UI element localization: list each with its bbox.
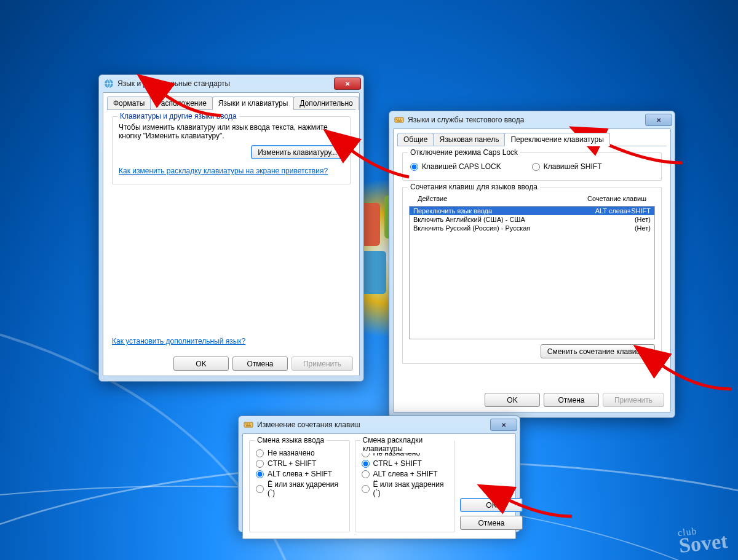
- tab-language-bar[interactable]: Языковая панель: [433, 133, 505, 146]
- dialog-buttons: OK Отмена Применить: [103, 352, 359, 376]
- link-install-language[interactable]: Как установить дополнительный язык?: [112, 337, 245, 345]
- change-keyboard-button[interactable]: Изменить клавиатуру...: [251, 145, 344, 159]
- window-change-hotkey: Изменение сочетания клавиш ✕ Смена языка…: [238, 416, 520, 532]
- watermark: club Sovet: [677, 523, 728, 553]
- titlebar[interactable]: Языки и службы текстового ввода ✕: [389, 111, 675, 128]
- tab-advanced[interactable]: Дополнительно: [293, 97, 359, 110]
- list-row[interactable]: Включить Английский (США) - США(Нет): [410, 215, 654, 224]
- ok-button[interactable]: OK: [173, 357, 229, 371]
- dialog-buttons: OK Отмена Применить: [394, 388, 670, 412]
- hotkeys-group-title: Сочетания клавиш для языков ввода: [408, 183, 540, 191]
- cancel-button[interactable]: Отмена: [544, 393, 599, 407]
- window-region-language: Язык и региональные стандарты ✕ Форматы …: [98, 74, 364, 382]
- radio-none[interactable]: Не назначено: [256, 449, 343, 457]
- list-row[interactable]: Переключить язык вводаALT слева+SHIFT: [410, 207, 654, 215]
- svg-rect-6: [244, 422, 253, 427]
- listview-header: Действие Сочетание клавиш: [409, 194, 655, 206]
- keyboard-icon: [394, 115, 404, 125]
- group-keyboard-layout: Смена раскладки клавиатуры: [360, 436, 455, 453]
- tab-formats[interactable]: Форматы: [107, 97, 151, 110]
- tab-languages-keyboards[interactable]: Языки и клавиатуры: [212, 97, 294, 110]
- radio-grave-accent[interactable]: Ё или знак ударения (`): [362, 480, 449, 497]
- svg-rect-2: [396, 119, 397, 120]
- svg-rect-9: [249, 424, 250, 425]
- tab-keyboard-switching[interactable]: Переключение клавиатуры: [504, 133, 609, 146]
- window-text-services: Языки и службы текстового ввода ✕ Общие …: [389, 111, 675, 418]
- tab-strip: Общие Языковая панель Переключение клави…: [394, 129, 670, 146]
- capslock-group-title: Отключение режима Caps Lock: [408, 148, 520, 157]
- radio-ctrl-shift[interactable]: CTRL + SHIFT: [256, 459, 343, 468]
- close-button[interactable]: ✕: [490, 419, 517, 431]
- window-title: Языки и службы текстового ввода: [408, 116, 645, 124]
- svg-rect-10: [246, 425, 251, 427]
- svg-rect-3: [398, 119, 399, 120]
- close-button[interactable]: ✕: [645, 114, 672, 126]
- radio-alt-shift[interactable]: ALT слева + SHIFT: [362, 470, 449, 478]
- svg-rect-7: [245, 424, 247, 425]
- apply-button[interactable]: Применить: [603, 393, 664, 407]
- tab-location[interactable]: Расположение: [150, 97, 213, 110]
- radio-grave-accent[interactable]: Ё или знак ударения (`): [256, 480, 343, 497]
- svg-rect-5: [397, 120, 402, 122]
- svg-rect-4: [400, 119, 401, 120]
- radio-ctrl-shift[interactable]: CTRL + SHIFT: [362, 459, 449, 468]
- radio-shift[interactable]: Клавишей SHIFT: [532, 162, 602, 171]
- cancel-button[interactable]: Отмена: [232, 357, 288, 371]
- tab-general[interactable]: Общие: [397, 133, 434, 146]
- ok-button[interactable]: OK: [460, 498, 523, 512]
- titlebar[interactable]: Язык и региональные стандарты ✕: [99, 75, 363, 92]
- titlebar[interactable]: Изменение сочетания клавиш ✕: [239, 416, 520, 433]
- group-input-language: Смена языка ввода: [255, 436, 327, 444]
- hotkeys-listview[interactable]: Переключить язык вводаALT слева+SHIFTВкл…: [409, 206, 655, 339]
- group-text: Чтобы изменить клавиатуру или язык ввода…: [119, 123, 344, 140]
- link-layout-welcome-screen[interactable]: Как изменить раскладку клавиатуры на экр…: [119, 167, 328, 175]
- change-hotkey-button[interactable]: Сменить сочетание клавиш...: [541, 344, 655, 358]
- globe-icon: [104, 79, 114, 89]
- tab-strip: Форматы Расположение Языки и клавиатуры …: [103, 93, 359, 110]
- group-title: Клавиатуры и другие языки ввода: [117, 112, 239, 120]
- list-row[interactable]: Включить Русский (Россия) - Русская(Нет): [410, 224, 654, 232]
- radio-alt-shift[interactable]: ALT слева + SHIFT: [256, 470, 343, 478]
- apply-button[interactable]: Применить: [292, 357, 353, 371]
- close-button[interactable]: ✕: [334, 77, 361, 90]
- svg-rect-1: [395, 117, 403, 122]
- window-title: Изменение сочетания клавиш: [257, 420, 490, 429]
- window-title: Язык и региональные стандарты: [117, 79, 334, 88]
- ok-button[interactable]: OK: [485, 393, 540, 407]
- radio-capslock[interactable]: Клавишей CAPS LOCK: [410, 162, 501, 171]
- keyboard-icon: [244, 420, 253, 430]
- svg-rect-8: [247, 424, 248, 425]
- cancel-button[interactable]: Отмена: [460, 516, 523, 530]
